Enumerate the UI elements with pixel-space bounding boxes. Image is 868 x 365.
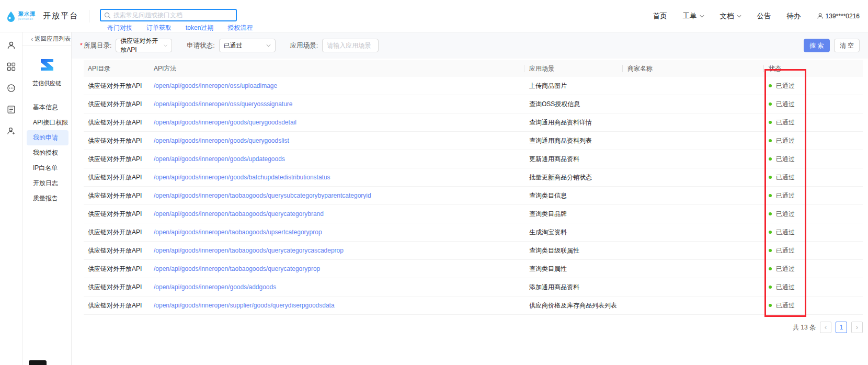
cell-scene: 批量更新商品分销状态	[529, 173, 627, 182]
rail-apps-icon[interactable]	[4, 59, 18, 74]
search-button[interactable]: 搜 索	[804, 39, 829, 52]
cell-catalog: 供应链对外开放API	[88, 246, 154, 255]
cell-catalog: 供应链对外开放API	[88, 173, 154, 182]
api-method-link[interactable]: /open/api/goods/inneropen/goods/batchupd…	[154, 174, 529, 181]
pagination-next-button[interactable]: ›	[851, 322, 863, 333]
sidebar-menu: 基本信息 API接口权限 我的申请 我的授权 IP白名单 开放日志 质量报告	[22, 100, 71, 206]
back-to-app-list[interactable]: ‹ 返回应用列表	[22, 32, 71, 46]
cell-scene: 查询OSS授权信息	[529, 100, 627, 109]
status-badge: 已通过	[769, 228, 863, 237]
quick-link-auth[interactable]: 授权流程	[227, 24, 253, 32]
quick-link-qimen[interactable]: 奇门对接	[107, 24, 132, 32]
sidebar-item-my-applications[interactable]: 我的申请	[27, 130, 68, 145]
rail-user-icon[interactable]	[4, 38, 18, 52]
table-row: 供应链对外开放API /open/api/goods/inneropen/goo…	[84, 278, 863, 296]
api-method-link[interactable]: /open/api/goods/inneropen/taobaogoods/up…	[154, 229, 529, 236]
status-select[interactable]: 已通过	[219, 39, 276, 52]
nav-docs[interactable]: 文档	[720, 12, 741, 21]
status-label: 申请状态:	[187, 41, 214, 50]
api-method-link[interactable]: /open/api/goods/inneropen/supplier/goods…	[154, 302, 529, 309]
nav-home[interactable]: 首页	[653, 12, 667, 21]
status-badge: 已通过	[769, 191, 863, 200]
nav-workorder[interactable]: 工单	[683, 12, 704, 21]
required-asterisk: *	[80, 42, 83, 49]
cell-scene: 生成淘宝资料	[529, 228, 627, 237]
pagination-prev-button[interactable]: ‹	[820, 322, 831, 333]
catalog-select[interactable]: 供应链对外开放API	[116, 39, 172, 52]
top-nav: 首页 工单 文档 公告 待办 139****0216	[653, 12, 868, 21]
app-name: 芸信供应链	[22, 79, 71, 87]
api-method-link[interactable]: /open/api/goods/inneropen/goods/querygoo…	[154, 137, 529, 144]
catalog-label: 所属目录:	[84, 41, 111, 50]
search-input[interactable]	[113, 12, 233, 19]
app-sidebar: ‹ 返回应用列表 芸信供应链 基本信息 API接口权限 我的申请 我的授权 IP…	[22, 32, 72, 365]
api-method-link[interactable]: /open/api/goods/inneropen/goods/querygoo…	[154, 119, 529, 126]
api-method-link[interactable]: /open/api/goods/inneropen/oss/uploadimag…	[154, 82, 529, 89]
user-account[interactable]: 139****0216	[817, 13, 860, 20]
col-status: 状态	[769, 64, 863, 73]
sidebar-item-basic-info[interactable]: 基本信息	[22, 100, 71, 115]
status-badge: 已通过	[769, 82, 863, 90]
table-row: 供应链对外开放API /open/api/goods/inneropen/tao…	[84, 260, 863, 278]
api-method-link[interactable]: /open/api/goods/inneropen/taobaogoods/qu…	[154, 247, 529, 254]
cell-catalog: 供应链对外开放API	[88, 82, 154, 90]
col-api-catalog: API目录	[88, 64, 154, 73]
rail-message-icon[interactable]	[4, 81, 18, 95]
brand-subtext: jushuitan	[18, 18, 36, 20]
quick-link-order[interactable]: 订单获取	[146, 24, 172, 32]
nav-announcement[interactable]: 公告	[757, 12, 771, 21]
table-row: 供应链对外开放API /open/api/goods/inneropen/goo…	[84, 132, 863, 150]
api-method-link[interactable]: /open/api/goods/inneropen/oss/queryosssi…	[154, 100, 529, 108]
cell-catalog: 供应链对外开放API	[88, 301, 154, 310]
pagination-page-1[interactable]: 1	[836, 322, 847, 333]
rail-user-add-icon[interactable]	[4, 123, 18, 138]
status-badge: 已通过	[769, 173, 863, 182]
scene-label: 应用场景:	[290, 41, 318, 50]
status-badge: 已通过	[769, 265, 863, 273]
screen-artifact	[29, 360, 47, 365]
nav-todo[interactable]: 待办	[787, 12, 801, 21]
api-method-link[interactable]: /open/api/goods/inneropen/taobaogoods/qu…	[154, 265, 529, 272]
sidebar-item-api-permission[interactable]: API接口权限	[22, 115, 71, 130]
status-dot-icon	[769, 286, 772, 289]
brand-logo[interactable]: 聚水潭 jushuitan	[5, 10, 36, 22]
table-row: 供应链对外开放API /open/api/goods/inneropen/sup…	[84, 296, 863, 315]
table-row: 供应链对外开放API /open/api/goods/inneropen/tao…	[84, 187, 863, 205]
brand-name: 聚水潭	[18, 12, 36, 17]
user-icon	[817, 13, 824, 19]
cell-scene: 查询通用商品资料列表	[529, 136, 627, 145]
api-method-link[interactable]: /open/api/goods/inneropen/goods/updatego…	[154, 155, 529, 163]
pagination-total: 共 13 条	[793, 323, 816, 332]
status-dot-icon	[769, 139, 772, 142]
clear-button[interactable]: 清 空	[834, 39, 860, 52]
chevron-down-icon	[737, 15, 741, 18]
cell-scene: 查询类目级联属性	[529, 246, 627, 255]
sidebar-item-open-logs[interactable]: 开放日志	[22, 176, 71, 191]
status-badge: 已通过	[769, 283, 863, 292]
status-dot-icon	[769, 121, 772, 124]
rail-form-icon[interactable]	[4, 102, 18, 117]
api-method-link[interactable]: /open/api/goods/inneropen/goods/addgoods	[154, 283, 529, 291]
api-table: API目录 API方法 应用场景 商家名称 状态 供应链对外开放API /ope…	[84, 60, 863, 315]
scene-input[interactable]	[322, 39, 379, 52]
cell-catalog: 供应链对外开放API	[88, 118, 154, 127]
status-badge: 已通过	[769, 301, 863, 310]
app-logo	[37, 54, 58, 75]
cell-catalog: 供应链对外开放API	[88, 191, 154, 200]
status-dot-icon	[769, 304, 772, 307]
table-row: 供应链对外开放API /open/api/goods/inneropen/tao…	[84, 205, 863, 223]
search-box[interactable]	[100, 9, 237, 21]
status-badge: 已通过	[769, 210, 863, 219]
api-method-link[interactable]: /open/api/goods/inneropen/taobaogoods/qu…	[154, 192, 529, 199]
sidebar-item-my-authorizations[interactable]: 我的授权	[22, 145, 71, 161]
cell-catalog: 供应链对外开放API	[88, 283, 154, 292]
status-dot-icon	[769, 84, 772, 87]
api-method-link[interactable]: /open/api/goods/inneropen/taobaogoods/qu…	[154, 210, 529, 218]
quick-link-token[interactable]: token过期	[186, 24, 213, 32]
table-row: 供应链对外开放API /open/api/goods/inneropen/oss…	[84, 77, 863, 95]
sidebar-item-ip-whitelist[interactable]: IP白名单	[22, 161, 71, 176]
status-dot-icon	[769, 267, 772, 270]
top-header: 聚水潭 jushuitan 开放平台 奇门对接 订单获取 token过期 授权流…	[0, 0, 868, 32]
sidebar-item-quality-report[interactable]: 质量报告	[22, 191, 71, 206]
status-badge: 已通过	[769, 155, 863, 164]
